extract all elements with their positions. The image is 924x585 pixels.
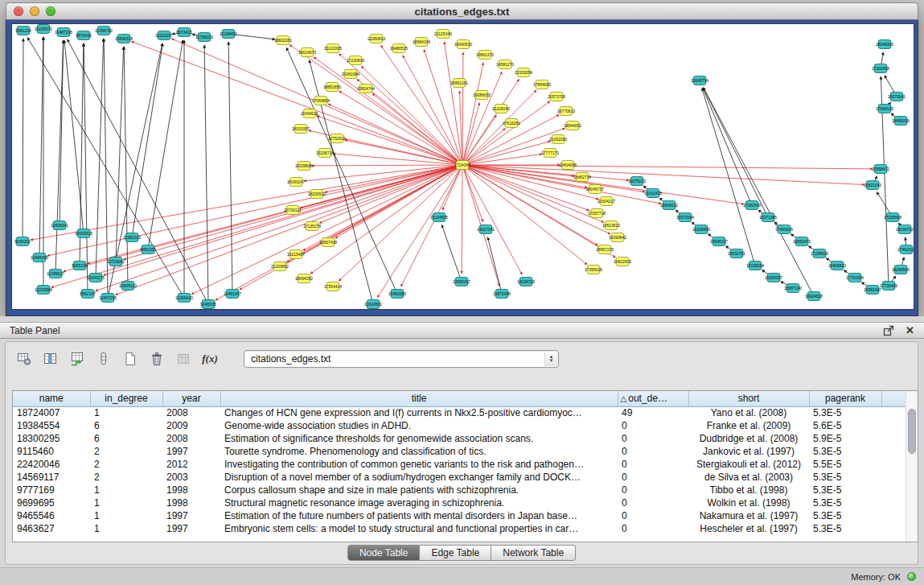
tab-edge-table[interactable]: Edge Table xyxy=(420,545,491,561)
network-node[interactable]: 19086053 xyxy=(473,91,491,100)
network-node[interactable]: 16532781 xyxy=(728,249,745,258)
network-node[interactable]: 18984154 xyxy=(413,38,430,47)
network-node[interactable]: 9905134 xyxy=(72,262,88,270)
zoom-window-icon[interactable] xyxy=(46,6,55,16)
rows-icon[interactable] xyxy=(93,348,114,369)
network-node[interactable]: 9581234 xyxy=(15,27,31,35)
minimize-window-icon[interactable] xyxy=(30,6,39,16)
network-node[interactable]: 11487226 xyxy=(55,28,72,37)
network-node[interactable]: 16850473 xyxy=(793,237,811,246)
network-node[interactable]: 16961261 xyxy=(450,79,468,88)
tab-network-table[interactable]: Network Table xyxy=(491,545,576,561)
scrollbar-thumb[interactable] xyxy=(908,409,916,454)
network-node[interactable]: 15824744 xyxy=(357,84,375,93)
network-node[interactable]: 10198452 xyxy=(220,30,237,39)
network-node[interactable]: 20122005 xyxy=(324,44,342,53)
network-node[interactable]: 17854083 xyxy=(533,80,551,89)
table-vertical-scrollbar[interactable] xyxy=(906,391,918,542)
network-node[interactable]: 17057718 xyxy=(588,209,606,218)
network-node[interactable]: 20434021 xyxy=(301,109,318,118)
network-node[interactable]: 16093247 xyxy=(287,178,305,187)
column-header-title[interactable]: title xyxy=(220,391,618,406)
table-row[interactable]: 911546021997Tourette syndrome. Phenomeno… xyxy=(13,445,906,458)
table-settings-icon[interactable] xyxy=(14,348,35,369)
network-node[interactable]: 17730469 xyxy=(880,282,897,290)
merge-table-icon[interactable] xyxy=(173,348,194,369)
network-node[interactable]: 16480515 xyxy=(390,44,408,53)
network-node[interactable]: 17238916 xyxy=(811,249,828,258)
network-node[interactable]: 16648794 xyxy=(691,76,708,85)
close-panel-icon[interactable]: ✕ xyxy=(906,324,914,336)
new-document-icon[interactable] xyxy=(120,348,141,369)
network-node[interactable]: 13580267 xyxy=(453,278,470,286)
close-window-icon[interactable] xyxy=(14,6,23,16)
network-node[interactable]: 12044175 xyxy=(87,274,105,282)
network-node[interactable]: 14581270 xyxy=(496,60,514,69)
network-node[interactable]: 9673415 xyxy=(176,28,192,37)
column-header-out-degree[interactable]: △out_de… xyxy=(618,391,688,406)
network-node[interactable]: 20304217 xyxy=(598,197,615,206)
network-node[interactable]: 19338686 xyxy=(295,162,313,171)
network-node[interactable]: 12356782 xyxy=(95,27,113,35)
table-selector-combobox[interactable]: citations_edges.txt ▲▼ xyxy=(244,350,559,368)
network-node[interactable]: 18230522 xyxy=(308,190,326,199)
table-panel-bar[interactable]: Table Panel ✕ xyxy=(0,322,924,339)
table-row[interactable]: 969969511998Structural magnetic resonanc… xyxy=(13,496,906,509)
network-node[interactable]: 11022357 xyxy=(155,31,173,40)
network-node[interactable]: 15108294 xyxy=(746,262,764,270)
network-node[interactable]: 14236718 xyxy=(517,278,535,286)
table-row[interactable]: 977716911998Corpus callosum shape and si… xyxy=(13,484,906,496)
network-node[interactable]: 12752512 xyxy=(328,134,346,143)
network-node[interactable]: 18031557 xyxy=(292,125,310,134)
delete-icon[interactable] xyxy=(146,348,167,369)
column-header-name[interactable]: name xyxy=(13,391,90,406)
network-node[interactable]: 18273041 xyxy=(888,93,906,101)
window-titlebar[interactable]: citations_edges.txt xyxy=(6,2,918,20)
network-node[interactable]: 15687240 xyxy=(784,284,802,293)
network-node[interactable]: 19404068 xyxy=(559,161,577,170)
network-node[interactable]: 17356026 xyxy=(585,266,602,274)
combobox-arrows-icon[interactable]: ▲▼ xyxy=(544,352,557,366)
network-node[interactable]: 18458206 xyxy=(892,117,910,126)
network-node[interactable]: 11366420 xyxy=(175,294,193,303)
network-node[interactable]: 16393057 xyxy=(765,274,782,282)
network-node[interactable]: 21209852 xyxy=(271,262,289,271)
table-row[interactable]: 1830029562008Estimation of significance … xyxy=(13,432,906,445)
network-node[interactable]: 12786023 xyxy=(195,33,213,42)
network-node[interactable]: 10093415 xyxy=(75,229,92,238)
network-node[interactable]: 18296584 xyxy=(892,266,910,274)
network-node[interactable]: 11847265 xyxy=(99,294,117,303)
network-node[interactable]: 17462310 xyxy=(897,245,914,254)
network-node[interactable]: 19523610 xyxy=(602,221,620,230)
column-header-short[interactable]: short xyxy=(688,391,809,406)
network-node[interactable]: 12491067 xyxy=(224,290,241,299)
network-node[interactable]: 15958472 xyxy=(872,165,889,174)
network-node[interactable]: 14027341 xyxy=(477,225,495,234)
column-header-pagerank[interactable]: pagerank xyxy=(809,391,881,406)
network-canvas[interactable]: 1724066188528501706485420434021180315571… xyxy=(12,24,914,309)
table-row[interactable]: 1872400712008Changes of HCN gene express… xyxy=(13,406,906,419)
network-node[interactable]: 9450267 xyxy=(140,245,156,254)
network-node[interactable]: 19861370 xyxy=(476,51,494,60)
network-node[interactable]: 17135278 xyxy=(303,222,321,231)
network-node[interactable]: 15462083 xyxy=(388,290,406,299)
column-header-year[interactable]: year xyxy=(162,391,220,406)
network-node[interactable]: 16770613 xyxy=(557,107,575,116)
network-node[interactable]: 18852850 xyxy=(323,83,341,92)
network-node[interactable]: 20730121 xyxy=(284,206,302,215)
network-node[interactable]: 12608341 xyxy=(51,221,68,230)
network-node[interactable]: 17694135 xyxy=(876,105,893,113)
network-node[interactable]: 21051590 xyxy=(549,135,567,144)
network-node[interactable]: 15311428 xyxy=(644,189,662,198)
network-node[interactable]: 16271385 xyxy=(759,213,777,222)
network-node[interactable]: 10719082 xyxy=(107,257,125,266)
network-node[interactable]: 18602261 xyxy=(274,36,292,45)
table-row[interactable]: 2242004622012Investigating the contribut… xyxy=(13,458,906,471)
network-node[interactable]: 18046737 xyxy=(586,185,604,194)
network-node[interactable]: 10542318 xyxy=(115,35,133,43)
network-node[interactable]: 16405823 xyxy=(828,262,846,270)
network-node[interactable]: 17320458 xyxy=(872,64,889,73)
network-node[interactable]: 15134505 xyxy=(430,213,448,222)
network-node[interactable]: 9034251 xyxy=(14,237,31,246)
network-node[interactable]: 16640930 xyxy=(454,40,472,49)
